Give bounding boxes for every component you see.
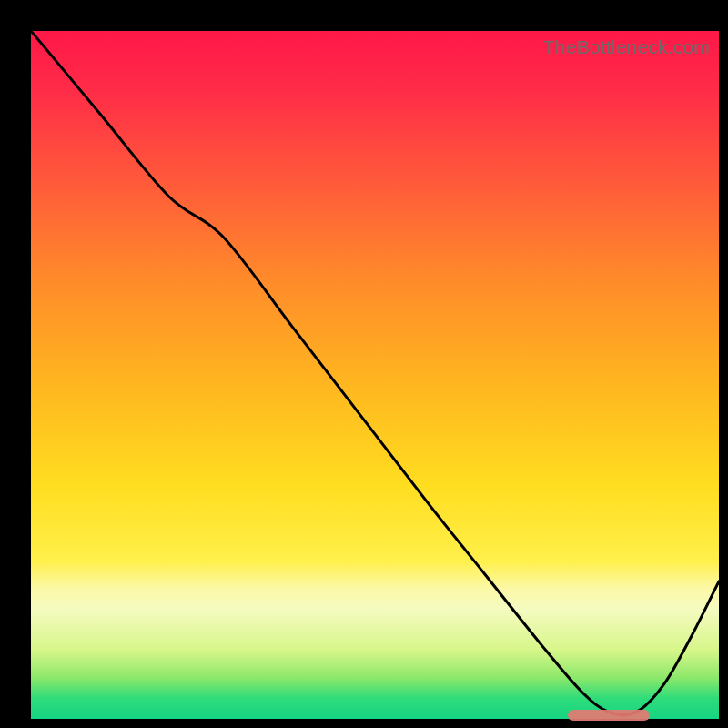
bottleneck-curve: [31, 31, 719, 719]
optimal-range-marker: [568, 710, 651, 721]
chart-frame: TheBottleneck.com: [0, 0, 728, 728]
plot-area: TheBottleneck.com: [31, 31, 719, 719]
